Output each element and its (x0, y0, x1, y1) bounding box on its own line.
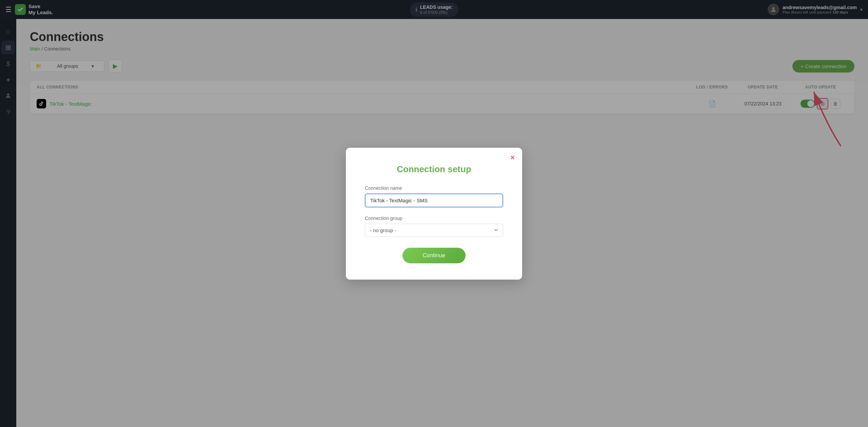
modal-close-button[interactable]: × (510, 154, 515, 161)
connection-name-input[interactable] (365, 194, 503, 207)
modal-overlay: × Connection setup Connection name Conne… (0, 0, 868, 427)
connection-group-select[interactable]: - no group - (365, 224, 503, 237)
modal-title: Connection setup (365, 164, 503, 175)
connection-setup-modal: × Connection setup Connection name Conne… (346, 148, 522, 280)
connection-group-group: Connection group - no group - (365, 216, 503, 237)
connection-group-label: Connection group (365, 216, 503, 221)
connection-name-label: Connection name (365, 185, 503, 191)
connection-group-select-wrap: - no group - (365, 224, 503, 237)
continue-button[interactable]: Continue (402, 248, 466, 263)
connection-name-group: Connection name (365, 185, 503, 207)
